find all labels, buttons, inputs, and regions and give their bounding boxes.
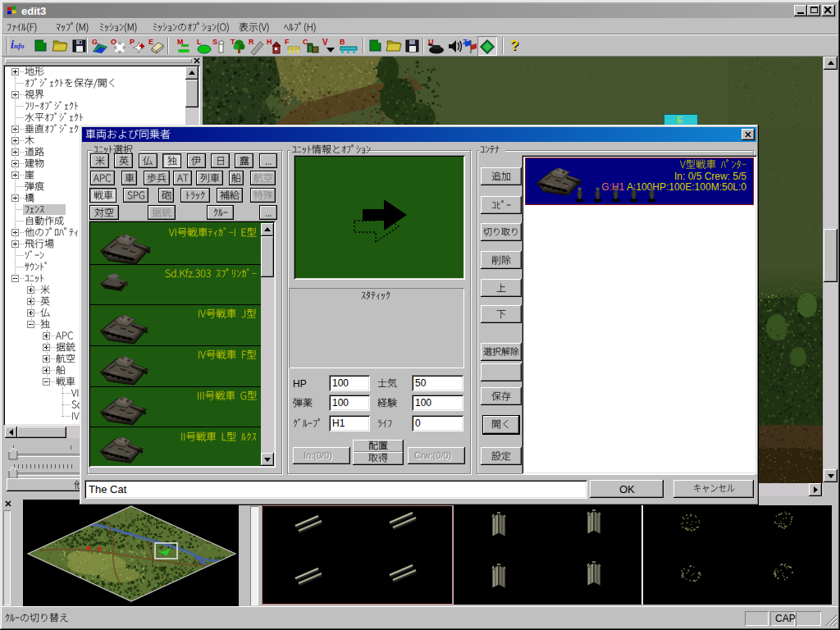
svg-text:R: R: [249, 38, 254, 46]
svg-text:H: H: [267, 38, 272, 46]
svg-text:M: M: [177, 38, 184, 46]
svg-text:O: O: [111, 38, 116, 46]
svg-text:V: V: [322, 38, 328, 47]
svg-text:U: U: [428, 38, 434, 46]
svg-text:E: E: [148, 38, 153, 46]
svg-text:S: S: [212, 38, 217, 46]
svg-text:T: T: [231, 38, 235, 46]
svg-text:Z: Z: [463, 38, 468, 46]
svg-text:B: B: [340, 38, 345, 46]
svg-text:G: G: [92, 38, 98, 46]
svg-text:F: F: [285, 38, 290, 46]
svg-text:L: L: [197, 38, 202, 46]
svg-text:P: P: [130, 38, 135, 46]
svg-text:C: C: [303, 38, 308, 46]
